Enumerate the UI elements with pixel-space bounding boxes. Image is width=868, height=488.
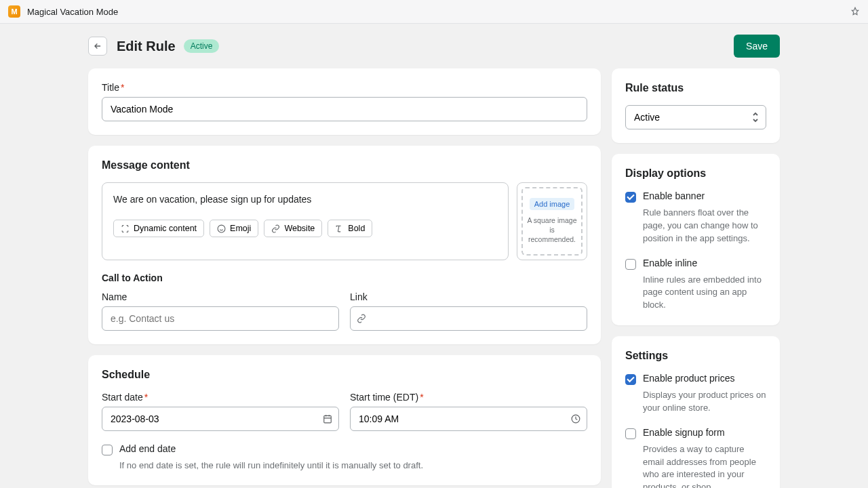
enable-signup-checkbox[interactable]	[625, 428, 636, 439]
cta-link-input[interactable]	[350, 306, 587, 331]
titlebar: M Magical Vacation Mode	[0, 0, 868, 24]
rule-status-heading: Rule status	[625, 82, 766, 94]
add-end-date-label: Add end date	[119, 443, 176, 454]
start-date-label: Start date*	[102, 392, 339, 403]
dynamic-content-button[interactable]: Dynamic content	[113, 220, 204, 237]
bold-button[interactable]: Bold	[328, 220, 372, 237]
add-end-date-help: If no end date is set, the rule will run…	[119, 460, 587, 472]
image-hint: A square image is recommended.	[527, 216, 577, 245]
cta-name-input[interactable]	[102, 306, 339, 331]
enable-prices-label: Enable product prices	[643, 373, 734, 384]
enable-signup-label: Enable signup form	[643, 427, 725, 438]
app-title: Magical Vacation Mode	[27, 7, 118, 17]
display-options-card: Display options Enable banner Rule banne…	[612, 154, 780, 325]
settings-heading: Settings	[625, 350, 766, 362]
schedule-heading: Schedule	[102, 369, 587, 381]
image-dropzone[interactable]: Add image A square image is recommended.	[517, 182, 587, 260]
app-icon: M	[8, 5, 20, 18]
enable-inline-label: Enable inline	[643, 258, 697, 268]
enable-prices-checkbox[interactable]	[625, 374, 636, 385]
rule-status-card: Rule status	[612, 68, 780, 143]
title-label: Title*	[102, 82, 587, 93]
message-editor[interactable]: We are on vacation, please sign up for u…	[102, 182, 509, 260]
display-options-heading: Display options	[625, 167, 766, 180]
page-title: Edit Rule	[117, 39, 176, 54]
start-time-label: Start time (EDT)*	[350, 392, 587, 403]
enable-banner-checkbox[interactable]	[625, 192, 636, 203]
link-icon	[357, 314, 366, 323]
page-header: Edit Rule Active Save	[88, 35, 780, 58]
add-image-button[interactable]: Add image	[530, 198, 575, 210]
add-end-date-checkbox[interactable]	[102, 445, 113, 455]
settings-card: Settings Enable product prices Displays …	[612, 336, 780, 488]
enable-inline-desc: Inline rules are embedded into page cont…	[643, 274, 766, 312]
emoji-button[interactable]: Emoji	[210, 220, 258, 237]
title-input[interactable]	[102, 97, 587, 121]
title-card: Title*	[88, 68, 601, 135]
back-button[interactable]	[88, 37, 107, 56]
start-date-input[interactable]	[102, 407, 339, 431]
pin-icon[interactable]	[850, 7, 860, 16]
website-button[interactable]: Website	[264, 220, 322, 237]
enable-banner-label: Enable banner	[643, 190, 705, 201]
svg-point-0	[218, 225, 225, 232]
message-card: Message content We are on vacation, plea…	[88, 146, 601, 344]
enable-inline-checkbox[interactable]	[625, 259, 636, 270]
start-time-input[interactable]	[350, 407, 587, 431]
schedule-card: Schedule Start date* Start time (EDT)*	[88, 355, 601, 486]
message-heading: Message content	[102, 159, 587, 171]
enable-signup-desc: Provides a way to capture email addresse…	[643, 443, 766, 488]
rule-status-select[interactable]	[625, 105, 766, 129]
status-badge: Active	[184, 39, 220, 53]
save-button-top[interactable]: Save	[734, 35, 780, 58]
cta-link-label: Link	[350, 291, 587, 302]
enable-banner-desc: Rule banners float over the page, you ca…	[643, 207, 766, 245]
enable-prices-desc: Displays your product prices on your onl…	[643, 389, 766, 415]
cta-heading: Call to Action	[102, 272, 587, 283]
message-text[interactable]: We are on vacation, please sign up for u…	[113, 194, 497, 205]
cta-name-label: Name	[102, 291, 339, 302]
